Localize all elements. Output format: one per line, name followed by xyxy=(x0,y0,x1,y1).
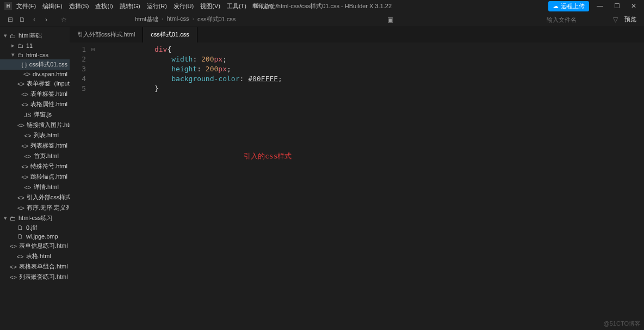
file-icon: 🗋 xyxy=(16,224,24,231)
tree-item[interactable]: <>表单标签.html xyxy=(0,89,70,99)
code-content: div{ width: 200px; height: 200px; backgr… xyxy=(99,42,282,330)
forward-button[interactable]: › xyxy=(40,16,52,23)
tree-label: 链接插入图片.html xyxy=(27,121,70,129)
breadcrumb-item[interactable]: css样式01.css xyxy=(197,15,236,23)
tree-label: 列表嵌套练习.html xyxy=(19,273,68,281)
tree-item[interactable]: <>特殊符号.html xyxy=(0,161,70,172)
folder-icon: 🗀 xyxy=(9,33,16,39)
code-icon: <> xyxy=(24,132,32,139)
tree-item[interactable]: ▾🗀html-css xyxy=(0,50,70,59)
tree-item[interactable]: <>表格表单组合.html xyxy=(0,261,70,272)
tree-item[interactable]: 🗋0.jfif xyxy=(0,223,70,232)
code-editor[interactable]: 12345 ⊟ div{ width: 200px; height: 200px… xyxy=(70,42,644,330)
tree-item[interactable]: <>列表.html xyxy=(0,130,70,140)
tree-label: html-css练习 xyxy=(18,214,53,222)
tree-item[interactable]: <>链接插入图片.html xyxy=(0,120,70,130)
menu-item[interactable]: 编辑(E) xyxy=(39,2,66,11)
menu-item[interactable]: 查找(I) xyxy=(92,2,116,11)
cloud-icon: ☁ xyxy=(553,3,559,10)
title-bar: H 文件(F)编辑(E)选择(S)查找(I)跳转(G)运行(R)发行(U)视图(… xyxy=(0,0,644,12)
editor-area: 引入外部css样式.htmlcss样式01.css 12345 ⊟ div{ w… xyxy=(70,27,644,330)
tree-item[interactable]: <>div.span.html xyxy=(0,70,70,78)
folder-icon: 🗀 xyxy=(16,52,24,58)
menu-item[interactable]: 运行(R) xyxy=(144,2,170,11)
code-icon: <> xyxy=(21,163,28,170)
tree-label: 表单标签.html xyxy=(30,90,67,98)
funnel-icon[interactable]: ▽ xyxy=(610,16,621,23)
filter-input[interactable] xyxy=(544,15,610,24)
breadcrumb-item[interactable]: html-css xyxy=(166,15,189,23)
preview-button[interactable]: 预览 xyxy=(621,15,640,23)
menu-item[interactable]: 工具(T) xyxy=(224,2,250,11)
line-gutter: 12345 xyxy=(70,42,91,330)
tree-item[interactable]: <>列表标签.html xyxy=(0,140,70,151)
code-icon: <> xyxy=(17,122,24,129)
watermark: @51CTO博客 xyxy=(604,320,641,328)
terminal-icon[interactable]: ▣ xyxy=(384,16,396,23)
tree-label: 首页.html xyxy=(34,152,59,160)
tree-item[interactable]: 🗋wl.jpge.bmp xyxy=(0,232,70,241)
fold-column: ⊟ xyxy=(91,42,99,330)
code-icon: <> xyxy=(21,101,28,108)
tree-item[interactable]: <>列表嵌套练习.html xyxy=(0,272,70,282)
tree-item[interactable]: ▾🗀html-css练习 xyxy=(0,213,70,223)
tab-bar: 引入外部css样式.htmlcss样式01.css xyxy=(70,27,644,42)
tree-label: wl.jpge.bmp xyxy=(26,233,58,240)
minimize-button[interactable]: — xyxy=(593,2,606,10)
tree-label: 0.jfif xyxy=(26,224,37,231)
tree-item[interactable]: { }css样式01.css xyxy=(0,59,70,70)
tree-item[interactable]: JS弹窗.js xyxy=(0,109,70,120)
tree-label: 表单信息练习.html xyxy=(19,242,68,250)
code-icon: <> xyxy=(17,205,24,211)
upload-button[interactable]: ☁ 远程上传 xyxy=(548,1,589,11)
file-icon: 🗋 xyxy=(16,233,24,240)
menu-item[interactable]: 选择(S) xyxy=(66,2,92,11)
tree-item[interactable]: ▸🗀11 xyxy=(0,41,70,50)
tree-item[interactable]: <>表单信息练习.html xyxy=(0,241,70,251)
code-icon: <> xyxy=(21,174,28,180)
code-icon: <> xyxy=(23,71,30,77)
folder-icon: 🗀 xyxy=(16,42,24,49)
save-icon[interactable]: 🗋 xyxy=(16,16,28,23)
chevron-icon: ▾ xyxy=(10,51,16,58)
tree-item[interactable]: <>表单标签（input... xyxy=(0,78,70,89)
editor-tab[interactable]: css样式01.css xyxy=(143,27,197,42)
tree-label: html基础 xyxy=(18,32,42,40)
code-icon: <> xyxy=(10,274,17,280)
tree-label: css样式01.css xyxy=(29,60,67,69)
tree-label: 跳转锚点.html xyxy=(30,173,67,181)
tree-item[interactable]: <>首页.html xyxy=(0,151,70,161)
tree-label: 表格属性.html xyxy=(30,100,67,108)
back-button[interactable]: ‹ xyxy=(28,16,40,23)
code-icon: <> xyxy=(21,91,28,97)
tree-label: 表格.html xyxy=(26,252,51,260)
breadcrumb-item[interactable]: html基础 xyxy=(135,15,158,23)
maximize-button[interactable]: ☐ xyxy=(611,2,623,10)
editor-tab[interactable]: 引入外部css样式.html xyxy=(70,27,143,42)
tree-label: 特殊符号.html xyxy=(30,162,67,170)
collapse-icon[interactable]: ⊟ xyxy=(4,16,16,23)
tree-item[interactable]: ▾🗀html基础 xyxy=(0,30,70,41)
tree-item[interactable]: <>引入外部css样式.... xyxy=(0,192,70,203)
tree-item[interactable]: <>跳转锚点.html xyxy=(0,172,70,182)
tree-item[interactable]: <>详情.html xyxy=(0,182,70,192)
tree-item[interactable]: <>有序.无序.定义列... xyxy=(0,203,70,213)
tree-label: 有序.无序.定义列... xyxy=(27,204,70,212)
close-button[interactable]: ✕ xyxy=(628,2,640,10)
chevron-icon: ▾ xyxy=(2,215,9,222)
star-icon[interactable]: ☆ xyxy=(58,16,70,23)
tree-label: 弹窗.js xyxy=(34,111,52,119)
code-icon: <> xyxy=(17,194,24,201)
menu-item[interactable]: 跳转(G) xyxy=(116,2,144,11)
tree-label: 表格表单组合.html xyxy=(19,262,68,271)
menu-item[interactable]: 发行(U) xyxy=(170,2,197,11)
code-icon: <> xyxy=(10,243,17,249)
js-icon: JS xyxy=(24,112,32,118)
code-icon: <> xyxy=(17,81,24,87)
tree-item[interactable]: <>表格属性.html xyxy=(0,99,70,109)
tree-label: 引入外部css样式.... xyxy=(27,193,70,201)
tree-item[interactable]: <>表格.html xyxy=(0,251,70,261)
menu-item[interactable]: 视图(V) xyxy=(197,2,224,11)
file-explorer: ▾🗀html基础▸🗀11▾🗀html-css{ }css样式01.css<>di… xyxy=(0,27,70,330)
menu-item[interactable]: 文件(F) xyxy=(13,2,39,11)
